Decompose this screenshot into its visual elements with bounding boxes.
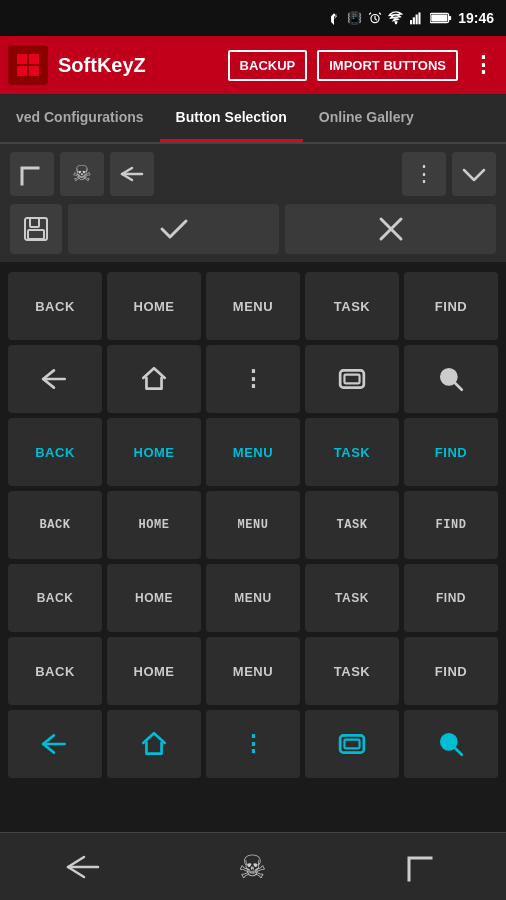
checkmark-icon [158,217,190,241]
btn-menu-icon[interactable]: ⋮ [206,345,300,413]
status-bar: 📳 19:46 [0,0,506,36]
search-icon [437,365,465,393]
signal-icon [410,11,424,25]
btn-find-cyan[interactable]: FIND [404,418,498,486]
bottom-corner-button[interactable] [392,837,452,897]
btn-task-cyan[interactable]: TASK [305,418,399,486]
btn-menu-cyan[interactable]: MENU [206,418,300,486]
battery-icon [430,12,452,24]
more-options-button[interactable]: ⋮ [468,52,498,78]
back-arrow-toolbar-icon[interactable] [110,152,154,196]
svg-rect-7 [449,16,452,20]
btn-back-small[interactable]: BACK [8,564,102,632]
tab-bar: ved Configurations Button Selection Onli… [0,94,506,144]
btn-home-icon[interactable] [107,345,201,413]
btn-task-styled[interactable]: TASK [305,491,399,559]
btn-home-plain2[interactable]: HOME [107,637,201,705]
task-icon [338,365,366,393]
btn-menu-icon-cyan[interactable]: ⋮ [206,710,300,778]
svg-rect-4 [416,15,418,25]
btn-back-plain[interactable]: BACK [8,272,102,340]
btn-find-plain2[interactable]: FIND [404,637,498,705]
btn-home-styled[interactable]: HOME [107,491,201,559]
svg-rect-17 [344,375,359,384]
import-buttons-button[interactable]: IMPORT BUTTONS [317,50,458,81]
button-grid-container: BACK HOME MENU TASK FIND ⋮ [0,264,506,832]
chevron-down-toolbar-icon[interactable] [452,152,496,196]
bottom-bar: ☠ [0,832,506,900]
btn-menu-plain2[interactable]: MENU [206,637,300,705]
save-button[interactable] [10,204,62,254]
backup-button[interactable]: BACKUP [228,50,308,81]
btn-task-small[interactable]: TASK [305,564,399,632]
button-grid: BACK HOME MENU TASK FIND ⋮ [8,272,498,778]
btn-home-small[interactable]: HOME [107,564,201,632]
btn-menu-styled[interactable]: MENU [206,491,300,559]
btn-home-icon-cyan[interactable] [107,710,201,778]
bottom-back-icon [66,855,102,879]
svg-rect-12 [28,230,44,239]
chevron-down-icon [460,164,488,184]
btn-task-plain2[interactable]: TASK [305,637,399,705]
tab-saved-configurations[interactable]: ved Configurations [0,94,160,142]
svg-rect-11 [30,218,39,227]
save-icon [23,216,49,242]
app-bar: SoftKeyZ BACKUP IMPORT BUTTONS ⋮ [0,36,506,94]
btn-back-icon-cyan[interactable] [8,710,102,778]
close-icon [377,215,405,243]
back-cyan-icon [41,730,69,758]
btn-find-styled[interactable]: FIND [404,491,498,559]
wifi-icon [388,11,404,25]
left-arrow-icon [118,164,146,184]
more-toolbar-icon[interactable]: ⋮ [402,152,446,196]
btn-find-icon-cyan[interactable] [404,710,498,778]
bottom-skull-icon: ☠ [238,848,267,886]
action-row [10,204,496,254]
bottom-skull-button[interactable]: ☠ [223,837,283,897]
corner-toolbar-icon[interactable] [10,152,54,196]
svg-line-19 [454,382,462,390]
btn-home-plain[interactable]: HOME [107,272,201,340]
svg-rect-8 [431,15,447,22]
svg-rect-5 [419,12,421,24]
bottom-corner-icon [405,850,439,884]
task-cyan-icon [338,730,366,758]
btn-back-icon[interactable] [8,345,102,413]
confirm-button[interactable] [68,204,279,254]
more-dots-icon: ⋮ [413,161,435,187]
btn-find-icon[interactable] [404,345,498,413]
svg-line-24 [454,747,462,755]
svg-rect-2 [410,20,412,24]
skull-icon: ☠ [72,161,92,187]
btn-menu-plain[interactable]: MENU [206,272,300,340]
home-cyan-icon [140,730,168,758]
main-content: ☠ ⋮ [0,144,506,832]
status-time: 19:46 [458,10,494,26]
menu-dots-cyan-icon: ⋮ [242,731,265,757]
editor-toolbar: ☠ ⋮ [10,152,496,196]
btn-task-icon[interactable] [305,345,399,413]
svg-rect-3 [413,17,415,24]
cancel-button[interactable] [285,204,496,254]
tab-button-selection[interactable]: Button Selection [160,94,303,142]
btn-back-plain2[interactable]: BACK [8,637,102,705]
btn-home-cyan[interactable]: HOME [107,418,201,486]
vibrate-icon: 📳 [347,11,362,25]
btn-find-plain[interactable]: FIND [404,272,498,340]
tab-online-gallery[interactable]: Online Gallery [303,94,430,142]
skull-toolbar-icon[interactable]: ☠ [60,152,104,196]
btn-find-small[interactable]: FIND [404,564,498,632]
corner-shape-icon [18,160,46,188]
app-logo [8,45,48,85]
btn-back-cyan[interactable]: BACK [8,418,102,486]
btn-task-plain[interactable]: TASK [305,272,399,340]
home-icon [140,365,168,393]
btn-menu-small[interactable]: MENU [206,564,300,632]
btn-back-styled[interactable]: BACK [8,491,102,559]
status-icons: 📳 19:46 [327,10,494,26]
editor-area: ☠ ⋮ [0,144,506,264]
app-title: SoftKeyZ [58,54,218,77]
bottom-back-button[interactable] [54,837,114,897]
btn-task-icon-cyan[interactable] [305,710,399,778]
search-cyan-icon [437,730,465,758]
